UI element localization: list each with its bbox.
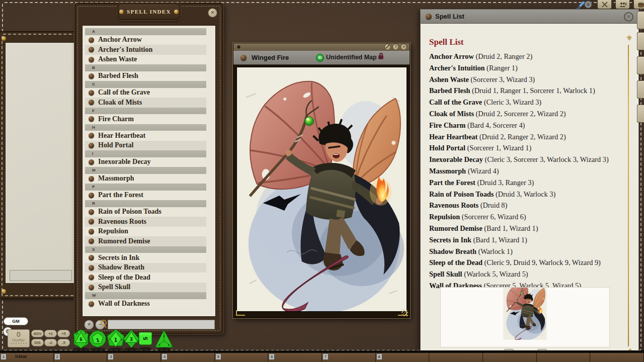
winged-fire-artwork[interactable]: [236, 67, 407, 312]
index-letter-header: R: [85, 200, 206, 207]
spell-index-item[interactable]: Barbed Flesh: [85, 71, 206, 81]
hotkey-slot[interactable]: 4: [161, 353, 215, 362]
edge-shortcut-tab[interactable]: [637, 56, 644, 74]
spell-entry: Sleep of the Dead (Cleric 9, Druid 9, Wa…: [429, 257, 626, 268]
image-window: ? ✕ Winged Fire ID Unidentified Map: [233, 43, 410, 318]
hotkey-slot[interactable]: [483, 353, 537, 362]
spell-entry: Rain of Poison Toads (Druid 3, Warlock 3…: [429, 189, 626, 200]
spell-index-item[interactable]: Hold Portal: [85, 141, 206, 151]
close-icon[interactable]: ✕: [208, 8, 217, 18]
hotkey-slot[interactable]: [537, 353, 591, 362]
spell-index-item[interactable]: Ravenous Roots: [85, 217, 206, 227]
scrollbar[interactable]: [628, 45, 629, 346]
titlebar-rivet-icon: [240, 55, 247, 61]
spell-index-item[interactable]: Spell Skull: [85, 283, 206, 293]
link-rivet-icon: [89, 229, 94, 234]
spell-entry: Spell Skull (Warlock 5, Wizard 5): [429, 268, 626, 280]
spell-entry: Barbed Flesh (Druid 1, Ranger 1, Sorcere…: [429, 85, 626, 97]
spell-entry: Secrets in Ink (Bard 1, Wizard 1): [429, 234, 626, 246]
spell-index-item[interactable]: Wall of Darkness: [85, 299, 206, 309]
spell-index-item[interactable]: Rumored Demise: [85, 236, 206, 246]
spell-index-titlebar[interactable]: SPELL INDEX: [117, 3, 181, 20]
hotkey-slot[interactable]: [590, 353, 644, 362]
spell-index-item[interactable]: Part the Forest: [85, 191, 206, 201]
spell-index-item[interactable]: Secrets in Ink: [85, 253, 206, 263]
chat-log: [5, 42, 75, 284]
hotkey-slot[interactable]: 5: [215, 353, 269, 362]
spell-index-item[interactable]: Archer's Intuition: [85, 45, 206, 55]
index-letter-header: A: [85, 28, 206, 35]
edge-shortcut-tab[interactable]: [637, 105, 644, 123]
image-window-toolbar[interactable]: ? ✕: [233, 43, 410, 51]
spell-index-item[interactable]: Fire Charm: [85, 114, 206, 124]
plus2-button[interactable]: +2: [44, 330, 57, 337]
party-icon[interactable]: [615, 0, 630, 9]
id-state-label: Unidentified Map: [326, 54, 377, 61]
d20-die[interactable]: 6 5 12: [73, 329, 89, 351]
close-icon[interactable]: ✕: [624, 12, 633, 22]
d4-die[interactable]: 4 2 3: [155, 330, 173, 351]
link-rivet-icon: [89, 275, 94, 280]
svg-text:4: 4: [163, 335, 165, 337]
minus5-button[interactable]: -5: [57, 339, 70, 346]
d8-die[interactable]: 3: [123, 330, 139, 351]
hotkey-slot[interactable]: 3: [107, 353, 161, 362]
window-pin-icon[interactable]: [236, 45, 241, 49]
plus5-button[interactable]: +5: [57, 330, 70, 337]
sword-gear-icon[interactable]: [575, 0, 594, 10]
spell-index-item[interactable]: Inexorable Decay: [85, 157, 206, 167]
spell-list-titlebar[interactable]: Spell List ✕: [421, 10, 638, 24]
edge-shortcut-tab[interactable]: [637, 80, 644, 99]
crossed-swords-icon[interactable]: [597, 0, 612, 9]
resize-handle[interactable]: [401, 310, 408, 316]
spell-index-item[interactable]: Anchor Arrow: [85, 35, 206, 45]
spell-index-item[interactable]: Rain of Poison Toads: [85, 207, 206, 217]
paint-icon[interactable]: [384, 44, 391, 50]
link-rivet-icon: [89, 285, 94, 290]
spell-index-item[interactable]: Shadow Breath: [85, 263, 206, 273]
d6-die[interactable]: 5: [139, 332, 152, 351]
spell-index-item[interactable]: Massmorph: [85, 174, 206, 184]
identified-toggle-icon[interactable]: ID: [316, 54, 324, 62]
hotkey-slot[interactable]: 7: [322, 353, 376, 362]
spell-index-item[interactable]: Repulsion: [85, 227, 206, 237]
link-rivet-icon: [89, 238, 94, 244]
index-letter-header: B: [85, 64, 206, 71]
spell-index-item[interactable]: Sleep of the Dead: [85, 273, 206, 283]
d10-die[interactable]: 7 1 3: [107, 329, 124, 351]
link-rivet-icon: [89, 301, 94, 307]
desktop-background: SPELL INDEX ✕ A Anchor Arrow Archer's In…: [0, 0, 644, 362]
spell-entry: Anchor Arrow (Druid 2, Ranger 2): [429, 51, 626, 62]
edge-shortcut-tab[interactable]: [637, 32, 644, 50]
spell-index-item[interactable]: Ashen Waste: [85, 55, 206, 65]
hotkey-slot[interactable]: 2: [54, 353, 108, 362]
help-icon[interactable]: ?: [392, 44, 399, 50]
hotkey-slot[interactable]: 6: [268, 353, 322, 362]
spell-index-item[interactable]: Call of the Grave: [85, 88, 206, 98]
image-window-titlebar[interactable]: Winged Fire ID Unidentified Map: [233, 51, 410, 65]
spell-entry: Archer's Intuition (Ranger 1): [429, 62, 626, 74]
spell-index-item[interactable]: Hear Heartbeat: [85, 131, 206, 141]
modifier-dots: [8, 343, 29, 344]
spell-index-item[interactable]: Cloak of Mists: [85, 98, 206, 108]
edge-shortcut-tab[interactable]: [637, 11, 644, 29]
satchel-icon[interactable]: [633, 0, 644, 9]
link-rivet-icon: [89, 193, 94, 198]
chat-input[interactable]: [10, 270, 72, 281]
hotkey-slot[interactable]: 8: [376, 353, 430, 362]
d12-die[interactable]: 1: [90, 330, 106, 351]
hotkey-slot[interactable]: [429, 353, 483, 362]
close-icon[interactable]: ✕: [400, 44, 407, 50]
spell-index-window: SPELL INDEX ✕ A Anchor Arrow Archer's In…: [74, 3, 223, 334]
adv-button[interactable]: ADV: [31, 330, 44, 337]
gm-identity-tab[interactable]: GM: [4, 317, 28, 325]
spell-entry: Massmorph (Wizard 4): [429, 165, 626, 177]
hotkey-slot[interactable]: 1 /clear: [0, 353, 54, 362]
spell-index-list: A Anchor Arrow Archer's Intuition Ashen …: [82, 25, 216, 317]
lock-icon[interactable]: [378, 55, 383, 59]
minus2-button[interactable]: -2: [44, 339, 57, 346]
index-letter-header: F: [85, 108, 206, 115]
dis-button[interactable]: DIS: [31, 339, 44, 346]
modifier-box[interactable]: 0 Modifier: [8, 329, 30, 347]
plaque-rivet-icon: [119, 10, 124, 14]
